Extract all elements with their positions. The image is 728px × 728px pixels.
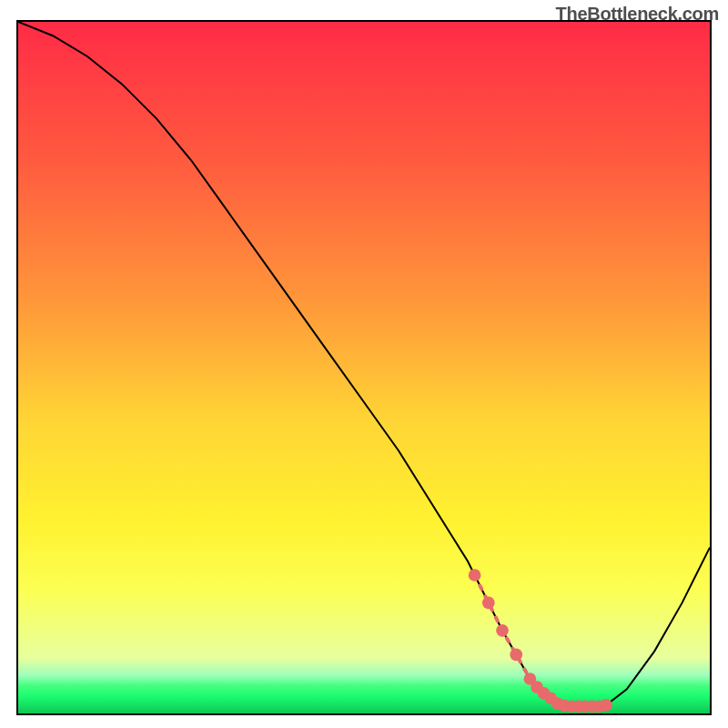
plot-area	[16, 20, 712, 715]
svg-point-2	[482, 597, 495, 610]
chart-frame: TheBottleneck.com	[0, 0, 728, 728]
svg-point-4	[510, 649, 522, 662]
svg-point-1	[469, 569, 481, 581]
svg-point-3	[496, 624, 509, 637]
optimal-range-points	[18, 22, 710, 713]
svg-point-16	[600, 699, 612, 712]
